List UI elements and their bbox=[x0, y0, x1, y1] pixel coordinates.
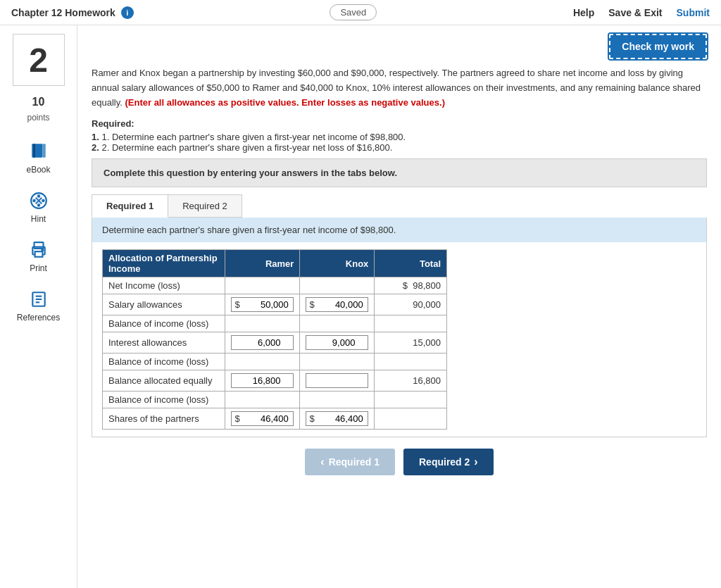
subtask-header: Determine each partner's share given a f… bbox=[92, 218, 706, 242]
svg-rect-1 bbox=[33, 144, 35, 158]
svg-point-7 bbox=[32, 199, 35, 202]
next-button[interactable]: Required 2 › bbox=[403, 449, 494, 475]
table-title-header: Allocation of Partnership Income bbox=[103, 250, 225, 277]
tab-required1[interactable]: Required 1 bbox=[92, 194, 168, 218]
knox-4 bbox=[300, 354, 375, 370]
svg-point-9 bbox=[37, 194, 39, 197]
table-row: Balance of income (loss) bbox=[103, 354, 447, 370]
total-4 bbox=[375, 354, 447, 370]
top-bar-right: Help Save & Exit Submit bbox=[573, 7, 710, 18]
knox-input-7[interactable] bbox=[318, 413, 363, 424]
svg-rect-2 bbox=[42, 144, 45, 158]
ebook-label: eBook bbox=[26, 165, 50, 175]
main-layout: 2 10 points eBook bbox=[0, 25, 721, 588]
row-label-0: Net Income (loss) bbox=[103, 277, 225, 294]
prev-btn-label: Required 1 bbox=[329, 456, 380, 468]
req1-label: 1. Determine each partner's share given … bbox=[101, 132, 406, 142]
ramer-1[interactable]: $ bbox=[225, 294, 300, 315]
hint-label: Hint bbox=[31, 214, 46, 224]
knox-5[interactable] bbox=[300, 370, 375, 392]
table-row: Salary allowances $ $ bbox=[103, 294, 447, 315]
references-button[interactable]: References bbox=[8, 283, 70, 328]
top-bar-center: Saved bbox=[330, 4, 377, 20]
svg-point-10 bbox=[37, 204, 39, 206]
ramer-5[interactable] bbox=[225, 370, 300, 392]
tab-content: Determine each partner's share given a f… bbox=[92, 218, 707, 437]
ebook-button[interactable]: eBook bbox=[8, 135, 70, 180]
ramer-input-7[interactable] bbox=[243, 413, 289, 424]
question-text: Ramer and Knox began a partnership by in… bbox=[92, 66, 707, 110]
table-row: Shares of the partners $ $ bbox=[103, 408, 447, 430]
print-button[interactable]: Print bbox=[8, 234, 70, 279]
dollar-sign: $ bbox=[234, 299, 239, 310]
hint-button[interactable]: Hint bbox=[8, 184, 70, 230]
knox-input-3[interactable] bbox=[309, 337, 355, 348]
knox-7[interactable]: $ bbox=[300, 408, 375, 430]
dollar-sign: $ bbox=[234, 413, 239, 424]
svg-point-8 bbox=[42, 199, 44, 202]
knox-3[interactable] bbox=[300, 332, 375, 354]
info-icon[interactable]: i bbox=[121, 6, 134, 19]
tabs-container: Required 1 Required 2 bbox=[92, 194, 707, 218]
ramer-input-5[interactable] bbox=[234, 375, 280, 386]
top-bar-title: Chapter 12 Homework i bbox=[11, 6, 134, 19]
save-exit-button[interactable]: Save & Exit bbox=[608, 7, 662, 18]
book-icon bbox=[28, 141, 49, 162]
help-button[interactable]: Help bbox=[573, 7, 594, 18]
chevron-right-icon: › bbox=[474, 456, 477, 468]
table-row: Balance of income (loss) bbox=[103, 392, 447, 408]
table-wrapper: Allocation of Partnership Income Ramer K… bbox=[92, 242, 706, 437]
row-label-1: Salary allowances bbox=[103, 294, 225, 315]
knox-6 bbox=[300, 392, 375, 408]
total-6 bbox=[375, 392, 447, 408]
row-label-5: Balance allocated equally bbox=[103, 370, 225, 392]
prev-button[interactable]: ‹ Required 1 bbox=[305, 449, 395, 475]
ramer-input-3[interactable] bbox=[234, 337, 280, 348]
points-value: 10 bbox=[32, 96, 45, 108]
knox-header: Knox bbox=[300, 250, 375, 277]
tab-required2[interactable]: Required 2 bbox=[168, 194, 242, 218]
table-row: Balance of income (loss) bbox=[103, 315, 447, 332]
top-bar: Chapter 12 Homework i Saved Help Save & … bbox=[0, 0, 721, 25]
required-section: Required: 1. 1. Determine each partner's… bbox=[92, 118, 707, 153]
row-label-7: Shares of the partners bbox=[103, 408, 225, 430]
print-icon bbox=[28, 239, 49, 261]
ramer-7[interactable]: $ bbox=[225, 408, 300, 430]
partnership-table: Allocation of Partnership Income Ramer K… bbox=[102, 249, 447, 430]
chevron-left-icon: ‹ bbox=[320, 456, 324, 468]
ramer-header: Ramer bbox=[225, 250, 300, 277]
ramer-2 bbox=[225, 315, 300, 332]
ramer-0 bbox=[225, 277, 300, 294]
total-0: $ 98,800 bbox=[375, 277, 447, 294]
knox-1[interactable]: $ bbox=[300, 294, 375, 315]
ramer-6 bbox=[225, 392, 300, 408]
req2-label: 2. Determine each partner's share given … bbox=[101, 142, 392, 153]
submit-button[interactable]: Submit bbox=[677, 7, 710, 18]
question-number: 2 bbox=[29, 41, 48, 80]
knox-input-1[interactable] bbox=[318, 299, 363, 310]
total-2 bbox=[375, 315, 447, 332]
ramer-3[interactable] bbox=[225, 332, 300, 354]
red-note: (Enter all allowances as positive values… bbox=[125, 97, 445, 108]
total-5: 16,800 bbox=[375, 370, 447, 392]
print-label: Print bbox=[30, 263, 47, 273]
row-label-6: Balance of income (loss) bbox=[103, 392, 225, 408]
knox-input-5[interactable] bbox=[309, 375, 355, 386]
ramer-input-1[interactable] bbox=[243, 299, 289, 310]
knox-0 bbox=[300, 277, 375, 294]
total-header: Total bbox=[375, 250, 447, 277]
next-btn-label: Required 2 bbox=[419, 456, 470, 468]
nav-buttons: ‹ Required 1 Required 2 › bbox=[92, 449, 707, 475]
total-1: 90,000 bbox=[375, 294, 447, 315]
row-label-3: Interest allowances bbox=[103, 332, 225, 354]
dollar-sign: $ bbox=[309, 299, 314, 310]
saved-badge: Saved bbox=[330, 4, 377, 20]
points-label: points bbox=[27, 113, 49, 123]
total-7 bbox=[375, 408, 447, 430]
svg-point-14 bbox=[42, 249, 43, 251]
check-my-work-button[interactable]: Check my work bbox=[609, 34, 707, 59]
dollar-sign: $ bbox=[309, 413, 314, 424]
hint-icon bbox=[28, 190, 49, 211]
question-number-box: 2 bbox=[13, 34, 65, 86]
required-title: Required: bbox=[92, 118, 707, 129]
